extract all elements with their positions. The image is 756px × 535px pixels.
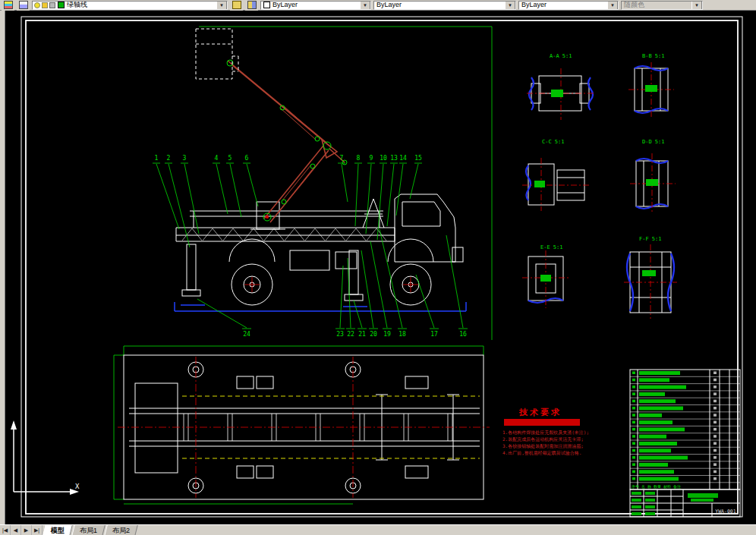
lineweight-combo-arrow-icon[interactable]: ▼: [607, 1, 618, 10]
linetype-combo-arrow-icon[interactable]: ▼: [505, 1, 515, 10]
svg-text:24: 24: [243, 331, 250, 338]
tab-next-icon[interactable]: ▶: [21, 525, 32, 535]
truck-plan-view: [118, 355, 490, 499]
drawing-canvas[interactable]: X: [0, 11, 756, 524]
layers-stack-icon: [4, 1, 13, 9]
svg-text:15: 15: [414, 155, 422, 162]
color-combo-value: ByLayer: [270, 1, 360, 9]
svg-text:6: 6: [245, 155, 249, 162]
title-block: YWA-001: [630, 489, 740, 517]
ucs-x-label: X: [75, 483, 80, 490]
plotstyle-combo-arrow-icon: ▼: [691, 1, 702, 10]
svg-text:10: 10: [380, 155, 387, 162]
section-view-ee: E-E 5:1: [522, 244, 569, 308]
layer-lock-icon: [49, 2, 55, 8]
tech-title: 技术要求: [518, 408, 562, 417]
layer-sheet-icon: [19, 1, 28, 9]
lineweight-combo[interactable]: ByLayer ▼: [518, 1, 619, 10]
layer-combo-value: 绿轴线: [65, 1, 216, 9]
color-combo-arrow-icon[interactable]: ▼: [360, 1, 370, 10]
svg-text:2: 2: [167, 155, 171, 162]
tab-model-label: 模型: [51, 526, 65, 535]
section-view-bb: B-B 5:1: [628, 53, 674, 118]
svg-text:9: 9: [370, 155, 373, 162]
ground-lines: [175, 302, 466, 311]
tab-layout1-label: 布局1: [80, 526, 97, 535]
svg-text:14: 14: [399, 155, 407, 162]
tab-first-icon[interactable]: |◀: [0, 525, 11, 535]
layer-combo[interactable]: 绿轴线 ▼: [32, 1, 228, 10]
svg-text:17: 17: [430, 331, 438, 338]
section-label-bb: B-B 5:1: [642, 53, 665, 59]
svg-text:18: 18: [398, 331, 406, 338]
left-dock-strip: [0, 11, 5, 524]
tech-line-3: 3.各铰接销轴处装配时需加注润滑油脂;: [502, 443, 584, 449]
svg-text:16: 16: [459, 331, 467, 338]
svg-text:13: 13: [390, 155, 398, 162]
tab-model[interactable]: 模型: [43, 525, 72, 535]
svg-text:4: 4: [215, 155, 219, 162]
drawing-number: YWA-001: [715, 508, 736, 515]
svg-text:21: 21: [358, 331, 366, 338]
section-view-cc: C-C 5:1: [522, 139, 591, 211]
tab-bar-filler: [137, 525, 756, 535]
svg-text:20: 20: [370, 331, 377, 338]
svg-text:7: 7: [340, 155, 344, 162]
layer-previous-icon[interactable]: [245, 0, 258, 11]
cad-application: 绿轴线 ▼ ByLayer ▼ ByLayer ▼ ByLayer ▼ 随颜色 …: [0, 0, 756, 535]
lineweight-combo-value: ByLayer: [519, 1, 607, 9]
boom-assembly: [227, 60, 347, 229]
section-label-ff: F-F 5:1: [639, 236, 662, 242]
layer-states-icon[interactable]: [17, 0, 30, 11]
linetype-combo-value: ByLayer: [374, 1, 505, 9]
previous-layer-icon: [247, 1, 257, 9]
tab-layout2-label: 布局2: [112, 526, 130, 535]
tech-line-2: 2.装配完成后各运动机构应灵活无卡滞;: [502, 436, 584, 442]
svg-text:8: 8: [357, 155, 361, 162]
bed-truss: [182, 228, 386, 241]
layer-color-swatch: [58, 2, 65, 8]
bom-table: 序号 名 称 数量 材料 备注: [630, 370, 740, 489]
svg-text:22: 22: [347, 331, 354, 338]
top-toolbar: 绿轴线 ▼ ByLayer ▼ ByLayer ▼ ByLayer ▼ 随颜色 …: [0, 0, 756, 11]
dimension-lines: [114, 27, 492, 504]
svg-text:5: 5: [228, 155, 232, 162]
plotstyle-combo-value: 随颜色: [622, 1, 691, 9]
work-bucket: [196, 29, 238, 79]
color-combo[interactable]: ByLayer ▼: [260, 1, 371, 10]
section-label-dd: D-D 5:1: [642, 139, 665, 145]
section-label-cc: C-C 5:1: [542, 139, 565, 145]
linetype-combo[interactable]: ByLayer ▼: [373, 1, 516, 10]
layer-freeze-icon: [42, 2, 48, 8]
svg-text:19: 19: [383, 331, 391, 338]
layer-properties-icon[interactable]: [2, 0, 14, 11]
color-swatch: [263, 2, 270, 8]
layout-tab-bar: |◀ ◀ ▶ ▶| 模型 布局1 布局2: [0, 524, 756, 535]
truck-side-view: [176, 194, 463, 305]
bom-grid: [630, 371, 740, 483]
tab-layout1[interactable]: 布局1: [71, 525, 106, 535]
svg-text:1: 1: [155, 155, 159, 162]
layer-combo-arrow-icon[interactable]: ▼: [216, 1, 227, 10]
drawing-viewport[interactable]: X: [0, 11, 756, 524]
current-layer-icon: [232, 1, 241, 9]
plotstyle-combo: 随颜色 ▼: [621, 1, 703, 10]
section-view-dd: D-D 5:1: [630, 139, 676, 214]
tech-line-1: 1.各结构件焊接处应无裂纹及夹渣(未注);: [502, 430, 589, 436]
tech-line-4: 4.出厂前,整机需经额定载荷试验合格.: [502, 450, 581, 456]
make-layer-current-icon[interactable]: [230, 0, 243, 11]
layer-on-icon: [34, 2, 40, 8]
tech-underline-bar: [504, 419, 580, 426]
callouts-bottom: 242322212019181716: [197, 229, 468, 338]
tech-requirements: 技术要求 1.各结构件焊接处应无裂纹及夹渣(未注); 2.装配完成后各运动机构应…: [502, 408, 589, 456]
svg-text:3: 3: [183, 155, 187, 162]
section-label-aa: A-A 5:1: [550, 53, 572, 59]
tab-layout2[interactable]: 布局2: [104, 525, 138, 535]
section-view-aa: A-A 5:1: [527, 53, 595, 120]
bom-header: 序号 名 称 数量 材料 备注: [632, 484, 681, 489]
svg-text:23: 23: [336, 331, 344, 338]
section-label-ee: E-E 5:1: [540, 244, 563, 250]
tab-prev-icon[interactable]: ◀: [11, 525, 21, 535]
section-view-ff: F-F 5:1: [624, 236, 677, 319]
tab-last-icon[interactable]: ▶|: [32, 525, 43, 535]
